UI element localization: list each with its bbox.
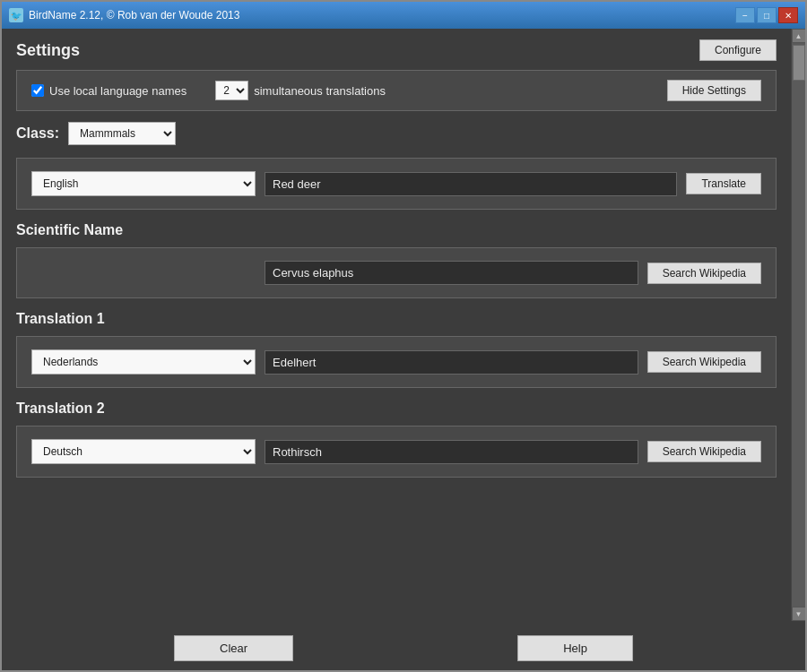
class-row: Class: Birds Mammmals Reptiles Fish Amph… <box>16 122 777 145</box>
scroll-up-arrow[interactable]: ▲ <box>792 29 806 43</box>
use-local-language-label: Use local language names <box>31 84 187 98</box>
bottom-buttons: Clear Help <box>2 621 805 670</box>
english-name-input[interactable] <box>265 172 677 196</box>
translation1-search-button[interactable]: Search Wikipedia <box>647 351 761 373</box>
translation2-name-input[interactable] <box>265 440 638 464</box>
english-lang-select[interactable]: English Nederlands Deutsch Français Espa… <box>31 171 256 196</box>
minimize-button[interactable]: − <box>735 7 755 23</box>
scientific-name-input[interactable] <box>265 261 638 285</box>
scientific-name-heading: Scientific Name <box>16 222 777 238</box>
translation1-section-box: English Nederlands Deutsch Français Espa… <box>16 336 777 388</box>
title-bar-buttons: − □ ✕ <box>735 7 798 23</box>
simultaneous-select[interactable]: 1 2 3 4 <box>215 81 248 100</box>
title-bar: 🐦 BirdName 2.12, © Rob van der Woude 201… <box>2 2 805 29</box>
maximize-button[interactable]: □ <box>757 7 777 23</box>
translation2-lang-select[interactable]: English Nederlands Deutsch Français Espa… <box>31 439 256 464</box>
class-label: Class: <box>16 125 59 142</box>
vertical-scrollbar: ▲ ▼ <box>791 29 805 621</box>
main-window: 🐦 BirdName 2.12, © Rob van der Woude 201… <box>0 0 807 672</box>
hide-settings-button[interactable]: Hide Settings <box>667 80 761 101</box>
translation2-section-box: English Nederlands Deutsch Français Espa… <box>16 426 777 478</box>
help-button[interactable]: Help <box>517 635 633 661</box>
scientific-row: Search Wikipedia <box>31 261 761 285</box>
simultaneous-group: 1 2 3 4 simultaneous translations <box>215 81 386 100</box>
scroll-down-arrow[interactable]: ▼ <box>792 607 806 621</box>
settings-panel: Use local language names 1 2 3 4 simulta… <box>16 70 777 111</box>
translation1-heading: Translation 1 <box>16 311 777 327</box>
scroll-thumb[interactable] <box>793 45 805 81</box>
translation2-heading: Translation 2 <box>16 401 777 417</box>
configure-button[interactable]: Configure <box>699 39 777 61</box>
app-icon: 🐦 <box>9 8 23 22</box>
settings-title: Settings <box>16 41 80 60</box>
translation1-name-input[interactable] <box>265 350 638 375</box>
translation1-row: English Nederlands Deutsch Français Espa… <box>31 349 761 375</box>
translation2-row: English Nederlands Deutsch Français Espa… <box>31 439 761 464</box>
main-content: Settings Configure Use local language na… <box>2 29 791 621</box>
settings-header: Settings Configure <box>16 39 777 61</box>
translation1-lang-select[interactable]: English Nederlands Deutsch Français Espa… <box>31 349 256 375</box>
scientific-search-button[interactable]: Search Wikipedia <box>647 263 761 284</box>
translate-button[interactable]: Translate <box>686 173 761 194</box>
clear-button[interactable]: Clear <box>174 635 293 661</box>
close-button[interactable]: ✕ <box>778 7 798 23</box>
translation2-search-button[interactable]: Search Wikipedia <box>647 441 761 462</box>
use-local-language-checkbox[interactable] <box>31 84 44 97</box>
content-area: Settings Configure Use local language na… <box>2 29 805 621</box>
scientific-section-box: Search Wikipedia <box>16 247 777 298</box>
english-section-box: English Nederlands Deutsch Français Espa… <box>16 158 777 210</box>
window-title: BirdName 2.12, © Rob van der Woude 2013 <box>29 9 239 22</box>
english-row: English Nederlands Deutsch Français Espa… <box>31 171 761 196</box>
title-bar-left: 🐦 BirdName 2.12, © Rob van der Woude 201… <box>9 8 239 22</box>
class-select[interactable]: Birds Mammmals Reptiles Fish Amphibians <box>68 122 176 145</box>
